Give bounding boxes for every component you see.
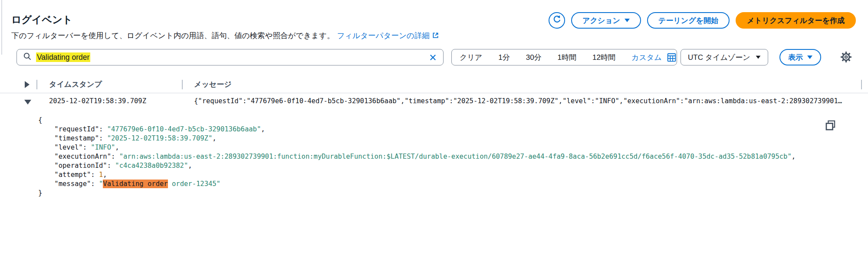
chevron-down-icon (807, 56, 812, 59)
log-message-preview: {"requestId":"477679e6-0f10-4ed7-b5cb-32… (194, 97, 862, 105)
filter-pattern-docs-link[interactable]: フィルターパターンの詳細 (337, 31, 439, 40)
time-range-30m[interactable]: 30分 (526, 52, 542, 62)
json-line: "executionArn": "arn:aws:lambda:us-east-… (38, 152, 796, 161)
search-input[interactable]: Validating order (16, 49, 444, 65)
copy-icon[interactable] (825, 120, 836, 133)
search-icon (23, 52, 32, 62)
log-json-detail: { "requestId": "477679e6-0f10-4ed7-b5cb-… (38, 116, 796, 198)
log-event-row[interactable]: 2025-12-02T19:58:39.709Z {"requestId":"4… (0, 95, 868, 108)
time-clear-button[interactable]: クリア (460, 52, 482, 62)
time-range-1m[interactable]: 1分 (498, 52, 510, 62)
start-tailing-button[interactable]: テーリングを開始 (647, 12, 730, 29)
collapse-row-icon[interactable] (24, 100, 31, 105)
display-dropdown-button[interactable]: 表示 (779, 49, 821, 65)
json-line: "timestamp": "2025-12-02T19:58:39.709Z", (38, 134, 796, 143)
external-link-icon (432, 32, 439, 41)
timezone-select-value: UTC タイムゾーン (688, 52, 750, 62)
search-query-highlight: Validating order (36, 52, 90, 62)
create-metric-filter-button[interactable]: メトリクスフィルターを作成 (736, 12, 856, 29)
json-line: { (38, 116, 796, 125)
json-line: "operationId": "c4ca4238a0b92382", (38, 161, 796, 170)
tailing-button-label: テーリングを開始 (658, 16, 718, 26)
time-range-custom-button[interactable]: カスタム (631, 52, 662, 62)
chevron-down-icon (625, 19, 630, 22)
json-line: "message": "Validating order order-12345… (38, 180, 796, 189)
column-header-timestamp[interactable]: タイムスタンプ (49, 76, 102, 93)
clear-search-icon[interactable] (429, 53, 437, 62)
log-events-page: ログイベント 下のフィルターバーを使用して、ログイベント内の用語、語句、値の検索… (0, 0, 868, 258)
json-line: "requestId": "477679e6-0f10-4ed7-b5cb-32… (38, 125, 796, 134)
doc-link-label: フィルターパターンの詳細 (337, 31, 429, 40)
time-range-1h[interactable]: 1時間 (558, 52, 576, 62)
header-actions: アクション テーリングを開始 メトリクスフィルターを作成 (549, 12, 856, 29)
settings-gear-icon[interactable] (840, 51, 852, 65)
column-header-message[interactable]: メッセージ (194, 76, 232, 93)
display-button-label: 表示 (788, 52, 803, 62)
column-divider[interactable] (182, 80, 183, 89)
filter-bar: Validating order クリア 1分 30分 1時間 12時間 カスタ… (0, 49, 868, 65)
column-divider (36, 80, 37, 89)
refresh-icon (552, 15, 562, 26)
time-range-group: クリア 1分 30分 1時間 12時間 カスタム (451, 49, 677, 65)
chevron-down-icon (756, 56, 761, 59)
timezone-select[interactable]: UTC タイムゾーン (681, 49, 768, 65)
log-table-header: タイムスタンプ メッセージ (0, 76, 868, 93)
json-line: "level": "INFO", (38, 143, 796, 152)
actions-dropdown-button[interactable]: アクション (571, 12, 641, 29)
expand-all-icon[interactable] (25, 81, 30, 88)
log-timestamp: 2025-12-02T19:58:39.709Z (49, 97, 146, 105)
calendar-icon[interactable] (667, 53, 676, 62)
json-line: "attempt": 1, (38, 170, 796, 180)
panel-edge-divider (1, 0, 2, 55)
refresh-button[interactable] (549, 12, 565, 29)
description-text: 下のフィルターバーを使用して、ログイベント内の用語、語句、値の検索や照合ができま… (11, 31, 334, 40)
json-line: } (38, 189, 796, 198)
actions-button-label: アクション (582, 16, 620, 26)
page-description: 下のフィルターバーを使用して、ログイベント内の用語、語句、値の検索や照合ができま… (11, 30, 439, 41)
page-title: ログイベント (11, 13, 72, 26)
search-query: Validating order (36, 53, 90, 62)
create-metric-filter-label: メトリクスフィルターを作成 (747, 16, 845, 26)
column-divider[interactable] (861, 80, 862, 89)
time-range-12h[interactable]: 12時間 (592, 52, 615, 62)
